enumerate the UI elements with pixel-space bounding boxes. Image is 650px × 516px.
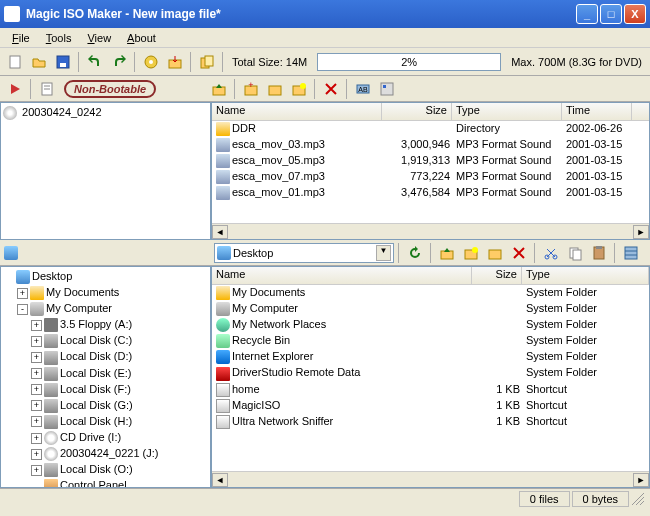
- list-row[interactable]: Internet ExplorerSystem Folder: [212, 349, 649, 365]
- file-row[interactable]: DDRDirectory2002-06-26: [212, 121, 649, 137]
- options-icon[interactable]: [376, 78, 398, 100]
- resize-grip-icon[interactable]: [630, 491, 650, 507]
- tree-item[interactable]: +Local Disk (C:): [3, 333, 208, 349]
- hdr2-name[interactable]: Name: [212, 267, 472, 284]
- list-row[interactable]: My DocumentsSystem Folder: [212, 285, 649, 301]
- hdr2-type[interactable]: Type: [522, 267, 649, 284]
- menu-view[interactable]: View: [79, 30, 119, 46]
- save-icon[interactable]: [52, 51, 74, 73]
- tree-root[interactable]: 20030424_0242: [3, 105, 208, 121]
- list-row[interactable]: Recycle BinSystem Folder: [212, 333, 649, 349]
- file-type: MP3 Format Sound: [456, 186, 566, 200]
- refresh-icon[interactable]: [404, 242, 426, 264]
- expand-icon[interactable]: +: [17, 288, 28, 299]
- explorer-tree[interactable]: Desktop+My Documents-My Computer+3.5 Flo…: [0, 266, 211, 488]
- expand-icon[interactable]: +: [31, 352, 42, 363]
- expand-icon[interactable]: +: [31, 465, 42, 476]
- explorer-list-body[interactable]: My DocumentsSystem FolderMy ComputerSyst…: [212, 285, 649, 471]
- addfolder-icon[interactable]: [484, 242, 506, 264]
- explorer-hscroll[interactable]: ◄ ►: [212, 471, 649, 487]
- scroll-right-icon[interactable]: ►: [633, 473, 649, 487]
- delete2-icon[interactable]: [508, 242, 530, 264]
- up-folder-icon[interactable]: [208, 78, 230, 100]
- tree-item[interactable]: +Local Disk (H:): [3, 414, 208, 430]
- burn-icon[interactable]: [140, 51, 162, 73]
- paste-icon[interactable]: [588, 242, 610, 264]
- list-row[interactable]: home1 KBShortcut: [212, 382, 649, 398]
- expand-icon[interactable]: +: [31, 320, 42, 331]
- new-icon[interactable]: [4, 51, 26, 73]
- undo-icon[interactable]: [84, 51, 106, 73]
- menu-about[interactable]: About: [119, 30, 164, 46]
- cut-icon[interactable]: [540, 242, 562, 264]
- add-files-icon[interactable]: +: [240, 78, 262, 100]
- tree-item[interactable]: +Local Disk (D:): [3, 349, 208, 365]
- close-button[interactable]: X: [624, 4, 646, 24]
- copy2-icon[interactable]: [564, 242, 586, 264]
- expand-icon[interactable]: +: [31, 433, 42, 444]
- copy-icon[interactable]: [196, 51, 218, 73]
- file-row[interactable]: esca_mov_03.mp33,000,946MP3 Format Sound…: [212, 137, 649, 153]
- expand-icon[interactable]: +: [31, 400, 42, 411]
- tree-item[interactable]: +Local Disk (F:): [3, 382, 208, 398]
- list-row[interactable]: My Network PlacesSystem Folder: [212, 317, 649, 333]
- expand-icon[interactable]: -: [17, 304, 28, 315]
- expand-icon[interactable]: +: [31, 384, 42, 395]
- hdr-size[interactable]: Size: [382, 103, 452, 120]
- list-row[interactable]: DriverStudio Remote DataSystem Folder: [212, 365, 649, 381]
- item-type: System Folder: [526, 334, 645, 348]
- label-icon[interactable]: AB: [352, 78, 374, 100]
- list-row[interactable]: My ComputerSystem Folder: [212, 301, 649, 317]
- tree-item[interactable]: +Local Disk (G:): [3, 398, 208, 414]
- scroll-left-icon[interactable]: ◄: [212, 473, 228, 487]
- maximize-button[interactable]: □: [600, 4, 622, 24]
- redo-icon[interactable]: [108, 51, 130, 73]
- new-folder-2-icon[interactable]: [288, 78, 310, 100]
- scroll-left-icon[interactable]: ◄: [212, 225, 228, 239]
- run-icon[interactable]: [4, 78, 26, 100]
- list-row[interactable]: Ultra Network Sniffer1 KBShortcut: [212, 414, 649, 430]
- file-type: Directory: [456, 122, 566, 136]
- list-row[interactable]: MagicISO1 KBShortcut: [212, 398, 649, 414]
- expand-icon[interactable]: +: [31, 449, 42, 460]
- scroll-right-icon[interactable]: ►: [633, 225, 649, 239]
- tree-item[interactable]: +CD Drive (I:): [3, 430, 208, 446]
- newfolder-icon[interactable]: [460, 242, 482, 264]
- node-icon: [44, 318, 58, 332]
- menu-file[interactable]: File: [4, 30, 38, 46]
- properties-icon[interactable]: [36, 78, 58, 100]
- minimize-button[interactable]: _: [576, 4, 598, 24]
- hdr-type[interactable]: Type: [452, 103, 562, 120]
- filelist-hscroll[interactable]: ◄ ►: [212, 223, 649, 239]
- expand-icon[interactable]: +: [31, 336, 42, 347]
- tree-item[interactable]: -My Computer: [3, 301, 208, 317]
- hdr-name[interactable]: Name: [212, 103, 382, 120]
- tree-item[interactable]: +3.5 Floppy (A:): [3, 317, 208, 333]
- extract-icon[interactable]: [164, 51, 186, 73]
- add-folder-icon[interactable]: [264, 78, 286, 100]
- menu-tools[interactable]: Tools: [38, 30, 80, 46]
- tree-item[interactable]: +Local Disk (E:): [3, 366, 208, 382]
- max-size-label: Max. 700M (8.3G for DVD): [511, 56, 642, 68]
- open-icon[interactable]: [28, 51, 50, 73]
- tree-item[interactable]: +20030424_0221 (J:): [3, 446, 208, 462]
- hdr-time[interactable]: Time: [562, 103, 632, 120]
- bootable-badge[interactable]: Non-Bootable: [64, 80, 156, 98]
- tree-item[interactable]: Control Panel: [3, 478, 208, 488]
- expand-icon[interactable]: +: [31, 368, 42, 379]
- filelist-body[interactable]: DDRDirectory2002-06-26esca_mov_03.mp33,0…: [212, 121, 649, 223]
- tree-item[interactable]: +Local Disk (O:): [3, 462, 208, 478]
- tree-item[interactable]: +My Documents: [3, 285, 208, 301]
- file-row[interactable]: esca_mov_05.mp31,919,313MP3 Format Sound…: [212, 153, 649, 169]
- file-row[interactable]: esca_mov_07.mp3773,224MP3 Format Sound20…: [212, 169, 649, 185]
- views-icon[interactable]: [620, 242, 642, 264]
- dropdown-icon[interactable]: ▼: [376, 245, 391, 261]
- tree-item[interactable]: Desktop: [3, 269, 208, 285]
- file-row[interactable]: esca_mov_01.mp33,476,584MP3 Format Sound…: [212, 185, 649, 201]
- delete-icon[interactable]: [320, 78, 342, 100]
- location-combo[interactable]: Desktop ▼: [214, 243, 394, 263]
- expand-icon[interactable]: +: [31, 416, 42, 427]
- hdr2-size[interactable]: Size: [472, 267, 522, 284]
- up-icon[interactable]: [436, 242, 458, 264]
- image-tree-pane[interactable]: 20030424_0242: [0, 102, 211, 240]
